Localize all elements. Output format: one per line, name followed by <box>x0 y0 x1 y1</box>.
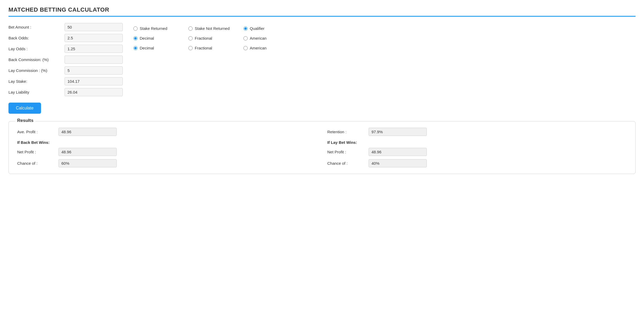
lay-chance-label: Chance of : <box>327 161 364 166</box>
back-american-option[interactable]: American <box>243 36 286 40</box>
lay-bet-col: Retention : If Lay Bet Wins: Net Profit … <box>327 128 627 167</box>
lay-stake-label: Lay Stake: <box>8 79 61 84</box>
back-net-profit-label: Net Profit : <box>17 150 54 154</box>
lay-fractional-label: Fractional <box>195 46 212 50</box>
back-decimal-radio[interactable] <box>133 36 138 40</box>
lay-fractional-option[interactable]: Fractional <box>188 46 231 50</box>
stake-returned-label: Stake Returned <box>140 26 167 31</box>
back-fractional-label: Fractional <box>195 36 212 40</box>
lay-odds-row: Lay Odds : <box>8 45 123 53</box>
stake-not-returned-radio[interactable] <box>188 26 193 31</box>
main-form: Bet Amount : Back Odds: Lay Odds : Back … <box>8 23 636 96</box>
lay-fractional-radio[interactable] <box>188 46 193 50</box>
back-commission-row: Back Commission: (%) <box>8 56 123 64</box>
lay-american-label: American <box>250 46 266 50</box>
back-decimal-label: Decimal <box>140 36 154 40</box>
back-commission-label: Back Commission: (%) <box>8 57 61 62</box>
results-section: Results Ave. Profit : If Back Bet Wins: … <box>8 121 636 174</box>
back-odds-format-row: Decimal Fractional American <box>133 33 286 43</box>
lay-stake-input[interactable] <box>65 77 123 85</box>
lay-american-radio[interactable] <box>243 46 248 50</box>
divider <box>8 16 636 17</box>
lay-liability-label: Lay Liability <box>8 90 61 94</box>
lay-commission-label: Lay Commission : (%) <box>8 68 61 73</box>
back-bet-col: Ave. Profit : If Back Bet Wins: Net Prof… <box>17 128 317 167</box>
lay-net-profit-input[interactable] <box>369 148 427 156</box>
back-commission-input[interactable] <box>65 56 123 64</box>
ave-profit-row: Ave. Profit : <box>17 128 317 136</box>
ave-profit-input[interactable] <box>58 128 117 136</box>
back-net-profit-input[interactable] <box>58 148 117 156</box>
back-american-radio[interactable] <box>243 36 248 40</box>
lay-commission-row: Lay Commission : (%) <box>8 66 123 75</box>
stake-not-returned-label: Stake Not Returned <box>195 26 230 31</box>
lay-odds-input[interactable] <box>65 45 123 53</box>
lay-odds-label: Lay Odds : <box>8 47 61 51</box>
ave-profit-label: Ave. Profit : <box>17 130 54 134</box>
stake-returned-option[interactable]: Stake Returned <box>133 26 176 31</box>
back-chance-row: Chance of : <box>17 159 317 167</box>
qualifier-label: Qualifier <box>250 26 265 31</box>
lay-net-profit-row: Net Profit : <box>327 148 627 156</box>
back-decimal-option[interactable]: Decimal <box>133 36 176 40</box>
retention-row: Retention : <box>327 128 627 136</box>
lay-decimal-label: Decimal <box>140 46 154 50</box>
stake-options-row: Stake Returned Stake Not Returned Qualif… <box>133 24 286 33</box>
results-title: Results <box>15 118 35 123</box>
lay-liability-row: Lay Liability <box>8 88 123 96</box>
page-title: MATCHED BETTING CALCULATOR <box>8 6 636 13</box>
lay-decimal-option[interactable]: Decimal <box>133 46 176 50</box>
lay-american-option[interactable]: American <box>243 46 286 50</box>
qualifier-radio[interactable] <box>243 26 248 31</box>
stake-not-returned-option[interactable]: Stake Not Returned <box>188 26 231 31</box>
options-area: Stake Returned Stake Not Returned Qualif… <box>133 23 286 96</box>
lay-stake-row: Lay Stake: <box>8 77 123 85</box>
lay-chance-row: Chance of : <box>327 159 627 167</box>
back-bet-wins-title: If Back Bet Wins: <box>17 140 317 145</box>
back-odds-row: Back Odds: <box>8 34 123 42</box>
retention-input[interactable] <box>369 128 427 136</box>
lay-odds-format-row: Decimal Fractional American <box>133 43 286 53</box>
back-fractional-option[interactable]: Fractional <box>188 36 231 40</box>
results-grid: Ave. Profit : If Back Bet Wins: Net Prof… <box>17 128 627 167</box>
calculate-button[interactable]: Calculate <box>8 103 41 114</box>
lay-liability-input[interactable] <box>65 88 123 96</box>
back-fractional-radio[interactable] <box>188 36 193 40</box>
back-odds-label: Back Odds: <box>8 36 61 40</box>
lay-commission-input[interactable] <box>65 66 123 75</box>
bet-amount-input[interactable] <box>65 23 123 31</box>
back-chance-label: Chance of : <box>17 161 54 166</box>
back-net-profit-row: Net Profit : <box>17 148 317 156</box>
bet-amount-label: Bet Amount : <box>8 25 61 29</box>
lay-chance-input[interactable] <box>369 159 427 167</box>
form-fields: Bet Amount : Back Odds: Lay Odds : Back … <box>8 23 123 96</box>
lay-bet-wins-title: If Lay Bet Wins: <box>327 140 627 145</box>
bet-amount-row: Bet Amount : <box>8 23 123 31</box>
qualifier-option[interactable]: Qualifier <box>243 26 286 31</box>
back-american-label: American <box>250 36 266 40</box>
back-chance-input[interactable] <box>58 159 117 167</box>
lay-net-profit-label: Net Profit : <box>327 150 364 154</box>
back-odds-input[interactable] <box>65 34 123 42</box>
stake-returned-radio[interactable] <box>133 26 138 31</box>
lay-decimal-radio[interactable] <box>133 46 138 50</box>
retention-label: Retention : <box>327 130 364 134</box>
